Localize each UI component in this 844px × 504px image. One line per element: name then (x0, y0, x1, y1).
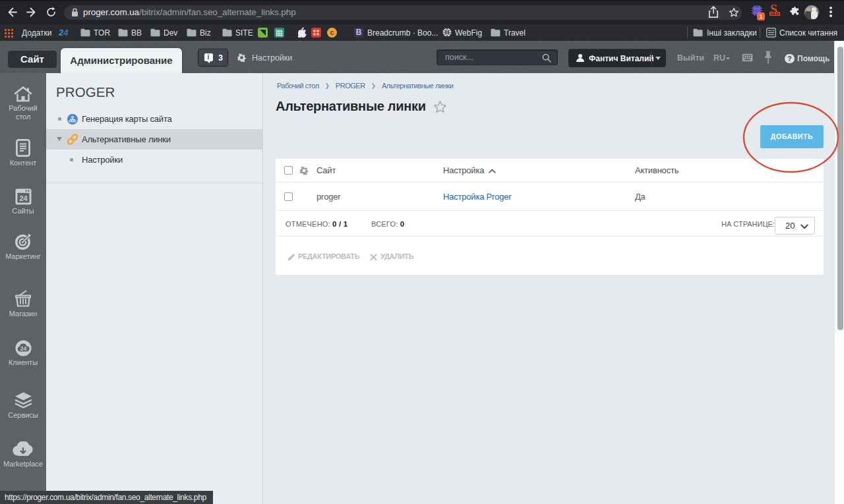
svg-text:24: 24 (20, 345, 26, 352)
svg-text:24: 24 (19, 194, 28, 202)
